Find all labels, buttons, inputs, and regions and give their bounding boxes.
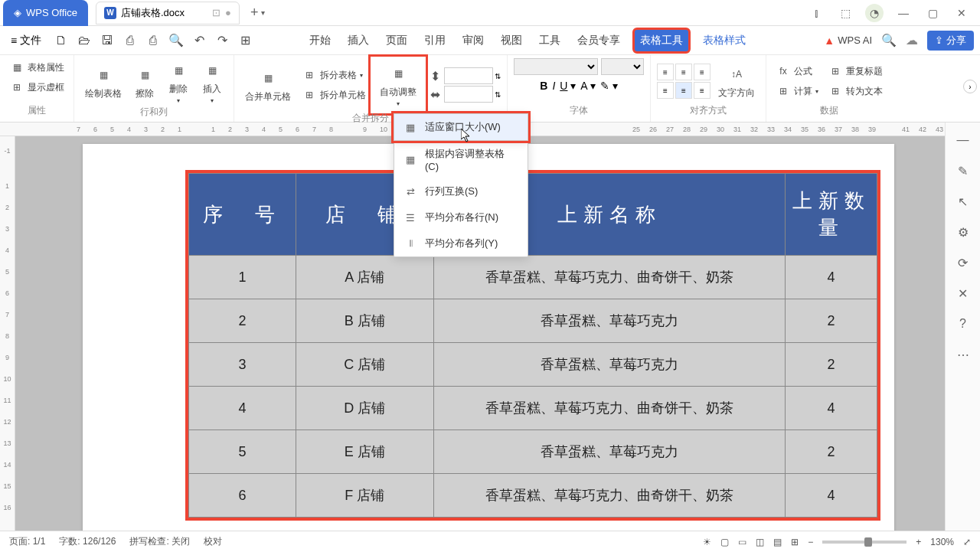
dd-swap[interactable]: ⇄行列互换(S) (394, 178, 528, 204)
tab-tools[interactable]: 工具 (536, 29, 564, 52)
align-ml[interactable]: ≡ (657, 82, 674, 99)
document-tab[interactable]: W 店铺表格.docx ⊡ ● (96, 2, 240, 24)
font-family-select[interactable] (514, 58, 598, 75)
dd-dist-cols[interactable]: ⦀平均分布各列(Y) (394, 230, 528, 256)
align-mr[interactable]: ≡ (694, 82, 710, 99)
status-proof[interactable]: 校对 (204, 535, 222, 548)
font-size-select[interactable] (601, 58, 644, 75)
tab-insert[interactable]: 插入 (345, 29, 372, 52)
table-cell[interactable]: C 店铺 (296, 343, 433, 387)
export-icon[interactable]: ⎙ (122, 33, 138, 48)
table-cell[interactable]: 2 (786, 343, 877, 387)
view-icon-4[interactable]: ▤ (773, 537, 782, 547)
split-table-button[interactable]: ⊞拆分表格▾ (299, 66, 369, 84)
table-cell[interactable]: 1 (189, 256, 296, 299)
pencil-icon[interactable]: ✎ (955, 162, 972, 179)
merge-cells-button[interactable]: ▦合并单元格 (240, 66, 296, 105)
align-tr[interactable]: ≡ (694, 64, 710, 80)
status-spell[interactable]: 拼写检查: 关闭 (129, 535, 190, 548)
maximize-button[interactable]: ▢ (923, 4, 942, 22)
table-row[interactable]: 5E 店铺香草蛋糕、草莓巧克力2 (189, 430, 877, 474)
dd-dist-rows[interactable]: ☰平均分布各行(N) (394, 204, 528, 230)
view-icon-1[interactable]: ▢ (720, 537, 729, 547)
table-cell[interactable]: 6 (189, 474, 296, 518)
tab-member[interactable]: 会员专享 (574, 29, 623, 52)
new-tab-button[interactable]: + ▾ (250, 5, 266, 21)
pointer-icon[interactable]: ↖ (955, 193, 972, 210)
table-row[interactable]: 2B 店铺香草蛋糕、草莓巧克力2 (189, 299, 877, 343)
collapse-icon[interactable]: — (955, 132, 972, 149)
close-button[interactable]: ✕ (952, 4, 971, 22)
table-cell[interactable]: 2 (189, 299, 296, 343)
table-cell[interactable]: 香草蛋糕、草莓巧克力 (433, 430, 785, 474)
save-icon[interactable]: 🖫 (100, 33, 115, 48)
panel-icon[interactable]: ⫿ (807, 4, 825, 22)
table-cell[interactable]: 香草蛋糕、草莓巧克力、曲奇饼干、奶茶 (433, 256, 785, 299)
table-row[interactable]: 6F 店铺香草蛋糕、草莓巧克力、曲奇饼干、奶茶4 (189, 474, 877, 518)
tab-table-style[interactable]: 表格样式 (700, 29, 749, 52)
to-text-button[interactable]: ⊞转为文本 (825, 82, 886, 100)
table-cell[interactable]: 4 (786, 474, 877, 518)
app-badge[interactable]: ◈ WPS Office (3, 0, 88, 26)
dd-fit-content[interactable]: ▦根据内容调整表格(C) (394, 141, 528, 178)
more-icon[interactable]: ⋯ (955, 346, 972, 363)
zoom-out-button[interactable]: − (808, 537, 813, 547)
table-cell[interactable]: F 店铺 (296, 474, 433, 518)
cube-icon[interactable]: ⬚ (836, 4, 854, 22)
wps-ai-button[interactable]: ▲ WPS AI (824, 34, 872, 47)
font-color-button[interactable]: A ▾ (580, 80, 595, 92)
show-gridlines-button[interactable]: ⊞显示虚框 (6, 78, 67, 96)
tab-close-icon[interactable]: ● (225, 7, 231, 18)
auto-adjust-button[interactable]: ▦自动调整▾ (375, 61, 421, 109)
tab-view[interactable]: 视图 (498, 29, 525, 52)
table-cell[interactable]: A 店铺 (296, 256, 433, 299)
table-header-cell[interactable]: 序 号 (189, 174, 296, 256)
highlight-button[interactable]: ✎ ▾ (600, 80, 618, 92)
search-icon[interactable]: 🔍 (881, 33, 897, 47)
table-cell[interactable]: 香草蛋糕、草莓巧克力 (433, 299, 785, 343)
view-icon-5[interactable]: ⊞ (791, 537, 799, 547)
view-icon-3[interactable]: ◫ (756, 537, 764, 547)
bold-button[interactable]: B (540, 80, 547, 92)
dd-fit-window[interactable]: ▦ 适应窗口大小(W) (394, 114, 528, 140)
help-icon[interactable]: ? (955, 315, 972, 332)
share-button[interactable]: ⇪ 分享 (927, 31, 974, 51)
table-row[interactable]: 3C 店铺香草蛋糕、草莓巧克力2 (189, 343, 877, 387)
table-cell[interactable]: D 店铺 (296, 387, 433, 430)
delete-button[interactable]: ▦删除▾ (163, 58, 194, 106)
formula-button[interactable]: fx公式 (773, 62, 822, 80)
avatar-icon[interactable]: ◔ (865, 4, 884, 22)
table-cell[interactable]: 5 (189, 430, 296, 474)
refresh-icon[interactable]: ⟳ (955, 254, 972, 271)
text-direction-button[interactable]: ↕A文字方向 (714, 62, 760, 101)
new-icon[interactable]: 🗋 (54, 33, 69, 48)
reading-mode-icon[interactable]: ☀ (703, 537, 711, 547)
table-row[interactable]: 4D 店铺香草蛋糕、草莓巧克力、曲奇饼干、奶茶4 (189, 387, 877, 430)
table-cell[interactable]: 2 (786, 430, 877, 474)
ribbon-scroll-right[interactable]: › (963, 80, 977, 93)
table-cell[interactable]: 香草蛋糕、草莓巧克力、曲奇饼干、奶茶 (433, 387, 785, 430)
zoom-in-button[interactable]: + (916, 537, 921, 547)
status-page[interactable]: 页面: 1/1 (9, 535, 45, 548)
stepper-icon[interactable]: ⇅ (495, 72, 501, 80)
minimize-button[interactable]: — (894, 4, 913, 22)
table-cell[interactable]: 4 (786, 256, 877, 299)
stepper-icon[interactable]: ⇅ (495, 90, 501, 99)
table-cell[interactable]: B 店铺 (296, 299, 433, 343)
file-menu[interactable]: ≡ 文件 (6, 31, 46, 51)
open-icon[interactable]: 🗁 (77, 33, 92, 48)
zoom-slider[interactable] (822, 541, 906, 544)
print-icon[interactable]: ⎙ (145, 33, 161, 48)
table-cell[interactable]: E 店铺 (296, 430, 433, 474)
row-height-input[interactable] (444, 67, 493, 84)
table-header-cell[interactable]: 上新数量 (786, 174, 877, 256)
tab-start[interactable]: 开始 (306, 29, 334, 52)
draw-table-button[interactable]: ▦绘制表格 (80, 63, 126, 102)
align-tc[interactable]: ≡ (675, 64, 692, 80)
calc-button[interactable]: ⊞计算▾ (773, 82, 822, 100)
underline-button[interactable]: U ▾ (560, 80, 576, 92)
tab-menu-icon[interactable]: ⊡ (212, 7, 220, 18)
table-cell[interactable]: 4 (786, 387, 877, 430)
tools-icon[interactable]: ✕ (955, 285, 972, 302)
table-props-button[interactable]: ▦表格属性 (6, 58, 67, 77)
